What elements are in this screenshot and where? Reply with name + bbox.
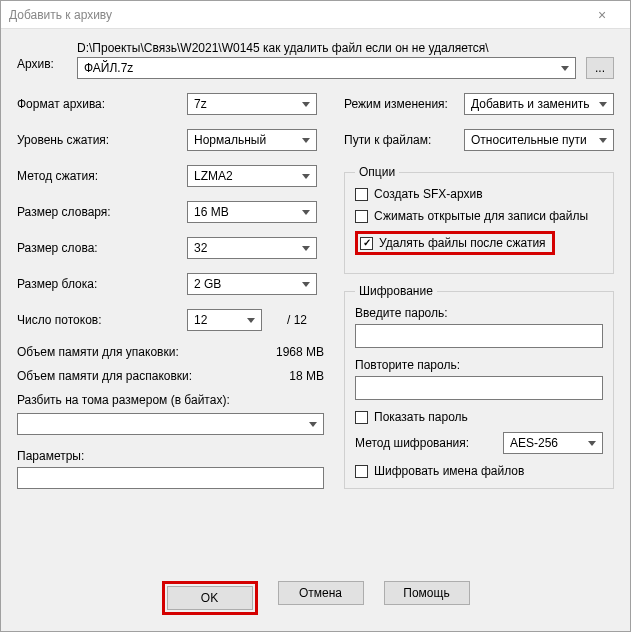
method-select[interactable]: LZMA2 bbox=[187, 165, 317, 187]
delete-label: Удалять файлы после сжатия bbox=[379, 236, 546, 250]
close-icon[interactable]: × bbox=[582, 7, 622, 23]
browse-button[interactable]: ... bbox=[586, 57, 614, 79]
show-pwd-checkbox[interactable] bbox=[355, 411, 368, 424]
mem-pack-value: 1968 MB bbox=[276, 345, 324, 359]
enc-names-checkbox[interactable] bbox=[355, 465, 368, 478]
mem-unpack-value: 18 MB bbox=[289, 369, 324, 383]
show-pwd-label: Показать пароль bbox=[374, 410, 468, 424]
mem-pack-label: Объем памяти для упаковки: bbox=[17, 345, 179, 359]
params-label: Параметры: bbox=[17, 449, 324, 463]
left-column: Формат архива: 7z Уровень сжатия: Нормал… bbox=[17, 93, 324, 499]
encryption-group: Шифрование Введите пароль: Повторите пар… bbox=[344, 284, 614, 489]
block-label: Размер блока: bbox=[17, 277, 187, 291]
encryption-legend: Шифрование bbox=[355, 284, 437, 298]
options-legend: Опции bbox=[355, 165, 399, 179]
paths-select[interactable]: Относительные пути bbox=[464, 129, 614, 151]
help-button[interactable]: Помощь bbox=[384, 581, 470, 605]
dialog-content: Архив: D:\Проекты\Связь\W2021\W0145 как … bbox=[1, 29, 630, 631]
delete-checkbox[interactable] bbox=[360, 237, 373, 250]
params-input[interactable] bbox=[17, 467, 324, 489]
titlebar: Добавить к архиву × bbox=[1, 1, 630, 29]
format-select[interactable]: 7z bbox=[187, 93, 317, 115]
word-select[interactable]: 32 bbox=[187, 237, 317, 259]
right-column: Режим изменения: Добавить и заменить Пут… bbox=[344, 93, 614, 499]
archive-name-input[interactable]: ФАЙЛ.7z bbox=[77, 57, 576, 79]
window-title: Добавить к архиву bbox=[9, 8, 582, 22]
paths-label: Пути к файлам: bbox=[344, 133, 464, 147]
pwd2-input[interactable] bbox=[355, 376, 603, 400]
shared-checkbox[interactable] bbox=[355, 210, 368, 223]
cancel-button[interactable]: Отмена bbox=[278, 581, 364, 605]
enc-method-label: Метод шифрования: bbox=[355, 436, 503, 450]
delete-highlight: Удалять файлы после сжатия bbox=[355, 231, 555, 255]
sfx-label: Создать SFX-архив bbox=[374, 187, 483, 201]
level-label: Уровень сжатия: bbox=[17, 133, 187, 147]
threads-label: Число потоков: bbox=[17, 313, 187, 327]
enc-names-label: Шифровать имена файлов bbox=[374, 464, 524, 478]
ok-highlight: OK bbox=[162, 581, 258, 615]
pwd2-label: Повторите пароль: bbox=[355, 358, 603, 372]
split-select[interactable] bbox=[17, 413, 324, 435]
split-label: Разбить на тома размером (в байтах): bbox=[17, 393, 324, 407]
sfx-checkbox[interactable] bbox=[355, 188, 368, 201]
mem-unpack-label: Объем памяти для распаковки: bbox=[17, 369, 192, 383]
dict-label: Размер словаря: bbox=[17, 205, 187, 219]
mode-select[interactable]: Добавить и заменить bbox=[464, 93, 614, 115]
threads-max: / 12 bbox=[262, 313, 307, 327]
enc-method-select[interactable]: AES-256 bbox=[503, 432, 603, 454]
shared-label: Сжимать открытые для записи файлы bbox=[374, 209, 588, 223]
threads-select[interactable]: 12 bbox=[187, 309, 262, 331]
options-group: Опции Создать SFX-архив Сжимать открытые… bbox=[344, 165, 614, 274]
pwd-label: Введите пароль: bbox=[355, 306, 603, 320]
format-label: Формат архива: bbox=[17, 97, 187, 111]
button-bar: OK Отмена Помощь bbox=[1, 581, 630, 615]
pwd-input[interactable] bbox=[355, 324, 603, 348]
level-select[interactable]: Нормальный bbox=[187, 129, 317, 151]
dict-select[interactable]: 16 MB bbox=[187, 201, 317, 223]
word-label: Размер слова: bbox=[17, 241, 187, 255]
dialog-window: Добавить к архиву × Архив: D:\Проекты\Св… bbox=[0, 0, 631, 632]
block-select[interactable]: 2 GB bbox=[187, 273, 317, 295]
method-label: Метод сжатия: bbox=[17, 169, 187, 183]
archive-label: Архив: bbox=[17, 41, 77, 71]
ok-button[interactable]: OK bbox=[167, 586, 253, 610]
mode-label: Режим изменения: bbox=[344, 97, 464, 111]
archive-path: D:\Проекты\Связь\W2021\W0145 как удалить… bbox=[77, 41, 614, 55]
